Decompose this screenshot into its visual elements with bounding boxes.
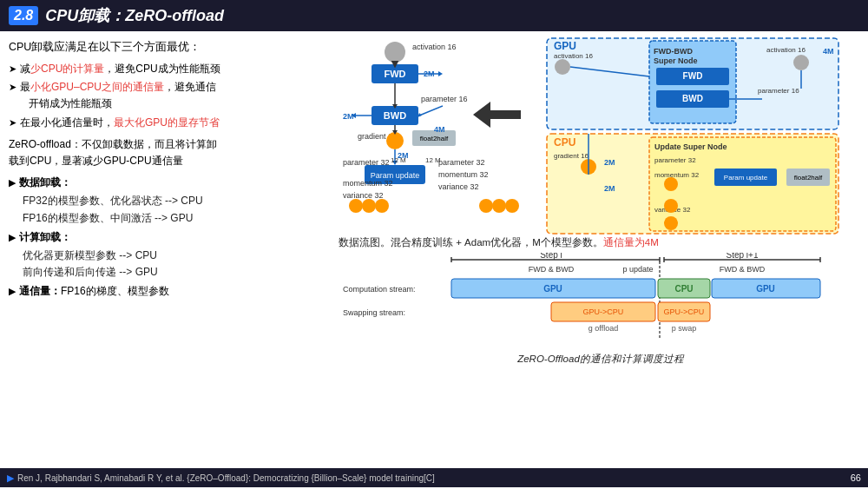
header-fwd-bwd: FWD & BWD — [529, 265, 575, 274]
step-i-label: Step i — [540, 253, 562, 260]
gpu-fwd-label: FWD — [683, 71, 703, 81]
step-i1-label: Step i+1 — [727, 253, 759, 260]
header-fwd-bwd-2: FWD & BWD — [720, 265, 766, 274]
momentum32-right-label: momentum 32 — [438, 170, 489, 179]
cpu-2m-1: 2M — [604, 158, 615, 167]
fwd-bwd-super-label-2: Super Node — [654, 56, 698, 65]
g-offload-label: g offload — [589, 324, 618, 333]
right-panel: activation 16 FWD 2M BWD — [339, 31, 868, 468]
bwd-label: BWD — [384, 110, 406, 121]
gpu-comp-label: GPU — [543, 284, 562, 294]
cpu-circle-3 — [664, 216, 678, 230]
gpu-param16-label: parameter 16 — [758, 87, 799, 95]
bullet-3: ➤ 在最小化通信量时，最大化GPU的显存节省 — [9, 115, 330, 131]
arrow-3: ➤ — [9, 116, 16, 131]
data-offload-item-1: FP32的模型参数、优化器状态 --> CPU — [9, 193, 330, 209]
cpu-param32-label: parameter 32 — [654, 156, 696, 164]
cpu-circle-2 — [664, 199, 678, 213]
title-badge: 2.8 — [9, 6, 38, 25]
title-text: CPU卸载：ZeRO-offload — [45, 5, 224, 26]
bottom-node-1 — [479, 199, 493, 213]
cpu-outer-label: CPU — [554, 136, 575, 149]
arrow-1: ➤ — [9, 62, 16, 77]
flow-left: activation 16 FWD 2M BWD — [339, 36, 538, 236]
flow-caption-red: 通信量为4M — [603, 237, 659, 248]
gpu-activation-right-label: activation 16 — [766, 46, 806, 54]
gpu-activation-label: activation 16 — [554, 52, 593, 60]
variance32-right-label: variance 32 — [438, 182, 479, 191]
data-offload-header: ▶ 数据卸载： — [9, 175, 330, 191]
main-content: CPU卸载应满足在以下三个方面最优： ➤ 减少CPU的计算量，避免CPU成为性能… — [0, 31, 868, 468]
gpu-bwd-label: BWD — [682, 94, 703, 103]
gpu-cpu-diagram-svg: GPU activation 16 FWD-BWD Super Node FWD… — [545, 36, 840, 236]
title-bar: 2.8 CPU卸载：ZeRO-offload — [0, 0, 868, 31]
data-offload-item-2: FP16的模型参数、中间激活 --> GPU — [9, 210, 330, 227]
triangle-2: ▶ — [9, 230, 16, 246]
schedule-svg: Step i Step i+1 FWD & BWD p update FWD &… — [339, 253, 825, 348]
intro-text: CPU卸载应满足在以下三个方面最优： — [9, 38, 330, 56]
data-offload-label: 数据卸载： — [19, 175, 71, 191]
4m-label: 4M — [434, 125, 445, 134]
compute-offload-section: ▶ 计算卸载： 优化器更新模型参数 --> CPU 前向传递和后向传递 --> … — [9, 229, 330, 281]
compute-offload-item-2: 前向传递和后向传递 --> GPU — [9, 264, 330, 281]
cpu-float2half-label: float2half — [794, 174, 823, 182]
bullet-1-text: 减少CPU的计算量，避免CPU成为性能瓶颈 — [20, 61, 220, 77]
cpu-param-update-label: Param update — [724, 174, 768, 182]
compute-offload-item-1: 优化器更新模型参数 --> CPU — [9, 248, 330, 264]
dataflow-caption: 数据流图。混合精度训练 + Adam优化器，M个模型参数。通信量为4M — [339, 236, 863, 249]
arrow-fwd-right-head — [438, 71, 443, 76]
footer-reference: Ren J, Rajbhandari S, Aminabadi R Y, et … — [17, 473, 435, 483]
param32-right-label: parameter 32 — [438, 158, 485, 167]
bullet-1: ➤ 减少CPU的计算量，避免CPU成为性能瓶颈 — [9, 61, 330, 77]
cpu-gradient-label: gradient 16 — [554, 152, 589, 160]
left-panel: CPU卸载应满足在以下三个方面最优： ➤ 减少CPU的计算量，避免CPU成为性能… — [0, 31, 339, 468]
footer-icon: ▶ — [7, 472, 14, 484]
bottom-node-3 — [505, 199, 519, 213]
cpu-comp-label: CPU — [674, 284, 693, 294]
flow-caption-text: 数据流图。混合精度训练 + Adam优化器，M个模型参数。 — [339, 237, 603, 248]
param32-label: parameter 32 — [343, 158, 390, 167]
gpu2cpu-1-label: GPU->CPU — [583, 307, 624, 316]
momentum32-node — [362, 199, 376, 213]
param32-node — [349, 199, 363, 213]
gpu-comp-label-2: GPU — [756, 284, 775, 294]
12m-label-2: 12 M — [425, 156, 441, 164]
schedule-area: Step i Step i+1 FWD & BWD p update FWD &… — [339, 253, 863, 366]
cpu-momentum32-label: momentum 32 — [654, 171, 700, 179]
fwd-label: FWD — [384, 69, 405, 79]
update-super-label: Update Super Node — [654, 142, 727, 151]
variance32-label: variance 32 — [343, 191, 384, 200]
fwd-bwd-super-label-1: FWD-BWD — [654, 47, 693, 56]
comm-text: FP16的梯度、模型参数 — [61, 283, 169, 300]
comm-label: 通信量： — [19, 283, 61, 300]
p-swap-label: p swap — [672, 324, 697, 333]
triangle-3: ▶ — [9, 284, 16, 300]
triangle-1: ▶ — [9, 175, 16, 191]
cpu-circle-1 — [664, 177, 678, 191]
diagram-area: activation 16 FWD 2M BWD — [339, 36, 863, 236]
variance32-node — [375, 199, 389, 213]
gpu-outer-label: GPU — [554, 40, 576, 52]
comm-header: ▶ 通信量：FP16的梯度、模型参数 — [9, 283, 330, 300]
gpu-activation-node — [555, 59, 570, 75]
momentum32-label: momentum 32 — [343, 179, 393, 188]
gpu2cpu-2-label: GPU->CPU — [664, 307, 705, 316]
param16-label: parameter 16 — [421, 95, 468, 103]
float2half-label: float2half — [420, 135, 449, 142]
bullet-3-text: 在最小化通信量时，最大化GPU的显存节省 — [20, 115, 220, 131]
compute-offload-header: ▶ 计算卸载： — [9, 229, 330, 246]
comp-stream-label: Computation stream: — [343, 285, 416, 294]
bottom-node-2 — [492, 199, 506, 213]
section2-intro: ZeRO-offload：不仅卸载数据，而且将计算卸载到CPU，显著减少GPU-… — [9, 138, 217, 167]
page-number: 66 — [851, 472, 861, 483]
arrow-2: ➤ — [9, 80, 16, 96]
12m-label-1: 12 M — [391, 156, 406, 164]
section-divider: ZeRO-offload：不仅卸载数据，而且将计算卸载到CPU，显著减少GPU-… — [9, 136, 330, 169]
arrow-param16-bwd — [419, 106, 443, 116]
cpu-2m-2: 2M — [604, 184, 615, 193]
bullet-2: ➤ 最小化GPU–CPU之间的通信量，避免通信 开销成为性能瓶颈 — [9, 79, 330, 112]
flow-diagram-svg: activation 16 FWD 2M BWD — [339, 36, 538, 236]
gpu-activation-right-node — [793, 55, 809, 70]
compute-offload-label: 计算卸载： — [19, 229, 71, 246]
bullet-2-text: 最小化GPU–CPU之间的通信量，避免通信 开销成为性能瓶颈 — [20, 79, 216, 112]
